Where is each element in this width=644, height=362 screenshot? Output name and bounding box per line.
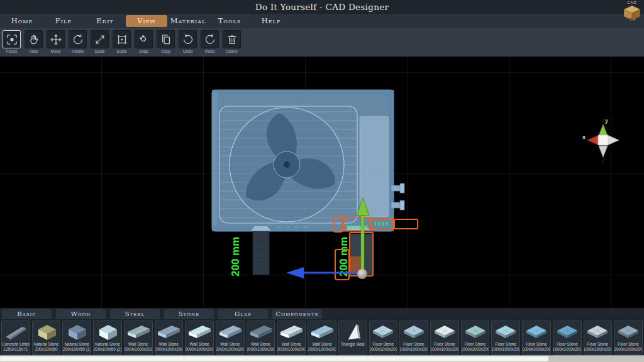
menu-item-help[interactable]: Help [250, 15, 292, 27]
palette-item-thumbnail [370, 321, 397, 342]
palette-item-name: Wall Stone [312, 342, 331, 347]
menu-item-file[interactable]: File [43, 15, 84, 27]
palette-item-size: 200x100x50 (1) [63, 347, 91, 352]
palette-item[interactable]: Floor Stone1000x1000x200 [369, 321, 398, 355]
palette-item-thumbnail [462, 321, 489, 342]
toolbar-button-view[interactable]: View [25, 30, 43, 53]
palette-item-thumbnail [614, 321, 642, 342]
palette-item-thumbnail [33, 321, 60, 342]
palette-item[interactable]: Wall Stone2000x1000x200 [308, 321, 336, 355]
toolbar-button-label: Copy [161, 49, 170, 53]
category-tab-wood[interactable]: Wood [56, 309, 106, 319]
gizmo-x-arrow[interactable] [587, 135, 599, 145]
menu-item-tools[interactable]: Tools [209, 15, 250, 27]
palette-item-thumbnail [553, 321, 581, 342]
toolbar-button-rotate[interactable]: Rotate [69, 30, 87, 53]
palette-item[interactable]: Wall Stone2000x1000x200 [277, 321, 306, 355]
palette-item-name: Floor Stone [495, 342, 516, 347]
scrollbar-thumb[interactable] [0, 356, 548, 361]
palette-item-size: 1000x1000x200 [522, 347, 551, 352]
menu-bar: HomeFileEditViewMaterialToolsHelp [0, 14, 644, 28]
move-icon [47, 30, 65, 48]
palette-item-name: Floor Stone [434, 342, 455, 347]
toolbar-button-label: Snap [139, 49, 148, 53]
palette-item[interactable]: Natural Stone200x100x50 (2) [93, 321, 122, 355]
palette-item[interactable]: Wall Stone2000x1000x200 [216, 321, 245, 355]
palette-item-name: Wall Stone [128, 342, 148, 347]
palette-item-size: 1000x1000x200 [430, 347, 459, 352]
component-palette: Concrete Lintel1250x115x71Natural Stone2… [0, 319, 644, 355]
palette-scrollbar[interactable] [0, 355, 644, 362]
palette-item-name: Wall Stone [220, 342, 240, 347]
palette-item-size: 1000x1000x200 [399, 347, 428, 352]
palette-item[interactable]: Natural Stone200x100x50 (1) [62, 321, 91, 355]
toolbar-button-focus[interactable]: Focus [3, 30, 21, 53]
palette-item-thumbnail [63, 321, 91, 342]
gizmo-down-arrow[interactable] [599, 146, 608, 157]
viewport[interactable]: 200 mm 200 mm y x [0, 57, 644, 308]
menu-item-material[interactable]: Material [167, 15, 209, 27]
palette-item-thumbnail [492, 321, 519, 342]
palette-item-size: 1000x1000x200 [491, 347, 520, 352]
gizmo-center-cube[interactable] [598, 135, 608, 145]
palette-item-size: 1000x1000x200 [553, 347, 582, 352]
palette-item-thumbnail [523, 321, 550, 342]
toolbar-button-scale-box[interactable]: Scale [113, 30, 131, 53]
palette-item[interactable]: Triangle Wall [338, 321, 367, 355]
redo-icon [201, 30, 219, 48]
palette-item[interactable]: Floor Stone1000x1000x200 [461, 321, 490, 355]
toolbar-button-redo[interactable]: Redo [201, 30, 219, 53]
palette-item-name: Wall Stone [159, 342, 179, 347]
palette-item-thumbnail [2, 321, 30, 342]
category-tab-components[interactable]: Components [272, 309, 322, 319]
category-tab-basic[interactable]: Basic [2, 309, 52, 319]
palette-item-name: Floor Stone [587, 342, 609, 347]
palette-item[interactable]: Wall Stone2000x1000x200 [124, 321, 153, 355]
dimension-label-left: 200 mm [230, 237, 242, 277]
palette-item[interactable]: Floor Stone1000x1000x200 [584, 321, 613, 355]
hand-icon [25, 30, 43, 48]
copy-icon [157, 30, 175, 48]
logo-text: CAD [621, 1, 643, 5]
palette-item-size: 1000x1000x200 [369, 347, 398, 352]
toolbar-button-label: Scale [94, 49, 104, 53]
trash-icon [223, 30, 241, 48]
palette-item[interactable]: Wall Stone2000x1000x200 [155, 321, 184, 355]
toolbar-button-snap[interactable]: Snap [135, 30, 153, 53]
orientation-gizmo[interactable]: y x [582, 118, 619, 163]
origin-handle[interactable] [357, 269, 367, 279]
scale-diagonal-icon [91, 30, 109, 48]
category-tab-glas[interactable]: Glas [218, 309, 268, 319]
toolbar-button-label: Rotate [72, 49, 84, 53]
app-logo: CAD [621, 1, 643, 26]
palette-item[interactable]: Floor Stone1000x1000x200 [614, 321, 643, 355]
palette-item-name: Floor Stone [526, 342, 547, 347]
toolbar-button-label: Redo [205, 49, 215, 53]
menu-item-home[interactable]: Home [1, 15, 43, 27]
palette-item[interactable]: Concrete Lintel1250x115x71 [1, 321, 30, 355]
palette-item[interactable]: Wall Stone2000x1000x200 [185, 321, 214, 355]
menu-item-edit[interactable]: Edit [84, 15, 126, 27]
category-tab-stone[interactable]: Stone [164, 309, 214, 319]
category-tab-steel[interactable]: Steel [110, 309, 160, 319]
toolbar-button-delete[interactable]: Delete [223, 30, 241, 53]
toolbar-button-move[interactable]: Move [47, 30, 65, 53]
toolbar-button-scale[interactable]: Scale [91, 30, 109, 53]
menu-item-view[interactable]: View [126, 15, 167, 27]
palette-item[interactable]: Floor Stone1000x1000x200 [553, 321, 582, 355]
palette-item-name: Natural Stone [95, 342, 120, 347]
toolbar-button-undo[interactable]: Undo [179, 30, 197, 53]
gizmo-right-arrow[interactable] [608, 135, 619, 145]
toolbar: FocusViewMoveRotateScaleScaleSnapCopyUnd… [3, 30, 241, 53]
palette-item-size: 2000x1000x200 [155, 347, 184, 352]
rotate-icon [69, 30, 87, 48]
palette-item[interactable]: Floor Stone1000x1000x200 [430, 321, 459, 355]
palette-item[interactable]: Floor Stone1000x1000x200 [522, 321, 551, 355]
palette-item[interactable]: Natural Stone200x100x50 [32, 321, 61, 355]
toolbar-button-copy[interactable]: Copy [157, 30, 175, 53]
palette-item-size: 2000x1000x200 [185, 347, 214, 352]
palette-item[interactable]: Floor Stone1000x1000x200 [491, 321, 520, 355]
category-tab-bar: BasicWoodSteelStoneGlasComponents [0, 308, 644, 319]
palette-item[interactable]: Wall Stone2000x1000x200 [247, 321, 275, 355]
palette-item[interactable]: Floor Stone1000x1000x200 [399, 321, 428, 355]
